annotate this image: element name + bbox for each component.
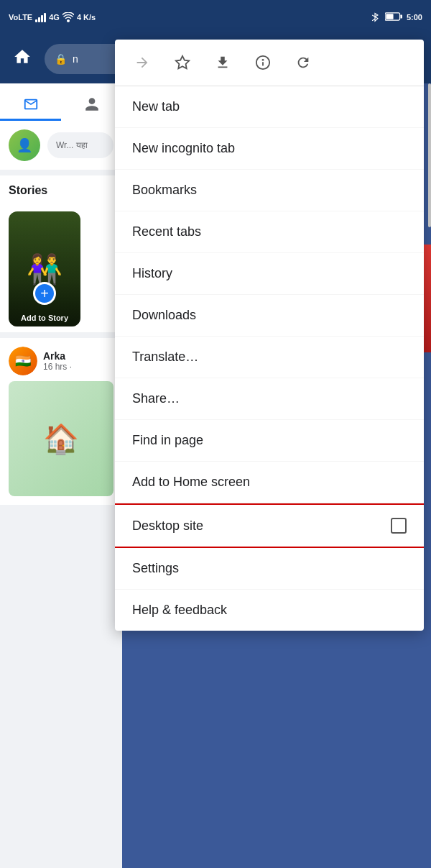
time: 5:00 [407,13,422,22]
feed-image: 🏠 [9,381,113,496]
volte-indicator: VoLTE [9,13,32,22]
stories-heading: Stories [0,175,122,206]
scrollbar[interactable] [428,83,431,227]
menu-item-new-tab[interactable]: New tab [115,86,424,128]
feed-avatar: 🇮🇳 [9,347,37,375]
add-story-label: Add to Story [9,314,80,322]
bluetooth-icon [369,12,381,22]
menu-item-label-new-tab: New tab [132,99,180,114]
menu-item-label-share: Share… [132,391,180,406]
stories-row: 👫 + Add to Story [0,206,122,332]
menu-item-new-incognito-tab[interactable]: New incognito tab [115,128,424,170]
forward-button[interactable] [129,50,155,76]
facebook-background: 👤 Wr... यहा Stories 👫 + Add to Story 🇮🇳 … [0,83,122,868]
svg-rect-2 [386,14,393,19]
status-left: VoLTE 4G 4 K/s [9,12,96,22]
menu-item-label-new-incognito-tab: New incognito tab [132,141,235,156]
menu-item-help-feedback[interactable]: Help & feedback [115,590,424,631]
menu-item-recent-tabs[interactable]: Recent tabs [115,211,424,253]
menu-item-label-add-home-screen: Add to Home screen [132,475,250,490]
dropdown-toolbar [115,40,424,86]
menu-item-downloads[interactable]: Downloads [115,295,424,337]
menu-item-settings[interactable]: Settings [115,548,424,590]
menu-item-checkbox-desktop-site[interactable] [391,518,407,534]
info-button[interactable] [250,50,276,76]
fb-tab-news [0,89,61,121]
svg-rect-1 [400,14,402,18]
feed-post: 🇮🇳 Arka 16 hrs · 🏠 [0,338,122,505]
status-right: 5:00 [369,12,422,23]
menu-item-label-history: History [132,266,172,281]
download-button[interactable] [210,50,236,76]
home-button[interactable] [7,42,37,76]
menu-item-label-help-feedback: Help & feedback [132,603,227,618]
network-type: 4G [49,13,60,22]
data-speed: 4 K/s [77,13,96,22]
menu-item-label-find-in-page: Find in page [132,433,203,448]
fb-tab-profile [61,89,122,121]
menu-item-bookmarks[interactable]: Bookmarks [115,170,424,211]
add-story-btn[interactable]: + [33,282,56,305]
menu-item-share[interactable]: Share… [115,378,424,420]
svg-marker-3 [176,56,189,68]
menu-item-label-downloads: Downloads [132,308,196,323]
menu-item-find-in-page[interactable]: Find in page [115,420,424,462]
menu-item-label-bookmarks: Bookmarks [132,183,197,198]
feed-post-time: 16 hrs · [43,362,72,372]
menu-item-desktop-site[interactable]: Desktop site [115,503,424,548]
menu-item-translate[interactable]: Translate… [115,337,424,378]
status-bar: VoLTE 4G 4 K/s 5:00 [0,0,431,35]
menu-item-label-desktop-site: Desktop site [132,518,203,534]
write-post-box: Wr... यहा [47,132,113,158]
refresh-button[interactable] [290,50,316,76]
feed-user-name: Arka [43,350,72,362]
menu-item-label-translate: Translate… [132,350,198,365]
battery-icon [385,12,402,22]
signal-bars [35,13,46,22]
battery-level [385,12,402,23]
fb-write-post: 👤 Wr... यहा [0,121,122,170]
menu-item-history[interactable]: History [115,253,424,295]
address-text: n [73,53,78,65]
menu-item-add-home-screen[interactable]: Add to Home screen [115,462,424,503]
menu-item-label-settings: Settings [132,561,179,576]
user-avatar: 👤 [9,129,40,161]
add-story-card[interactable]: 👫 + Add to Story [9,211,80,326]
menu-items-container: New tabNew incognito tabBookmarksRecent … [115,86,424,631]
lock-icon: 🔒 [55,53,67,65]
wifi-icon [62,12,74,22]
bookmark-button[interactable] [170,50,195,76]
menu-item-label-recent-tabs: Recent tabs [132,224,201,239]
fb-tabs [0,83,122,121]
browser-menu-dropdown: New tabNew incognito tabBookmarksRecent … [115,40,424,631]
